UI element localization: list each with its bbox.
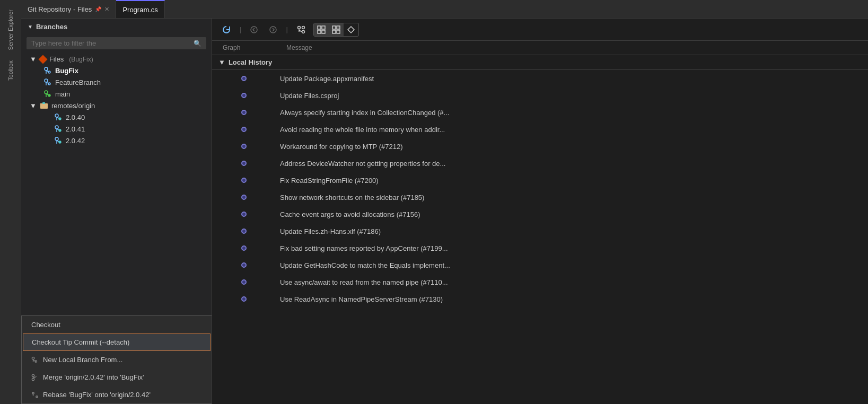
back-icon: [250, 25, 258, 34]
view-grid-button[interactable]: [314, 23, 329, 36]
commit-row[interactable]: Use ReadAsync in NamedPipeServerStream (…: [212, 291, 868, 308]
dot-column: [212, 93, 276, 98]
grid-icon: [317, 25, 326, 34]
dot-column: [212, 127, 276, 132]
commit-row[interactable]: Avoid reading the whole file into memory…: [212, 121, 868, 138]
branch-main-label: main: [55, 90, 70, 98]
merge-icon: [31, 374, 39, 381]
merge-label: Merge 'origin/2.0.42' into 'BugFix': [43, 373, 144, 381]
diamond-icon: [347, 25, 355, 34]
commit-dot: [241, 144, 247, 149]
branch-button[interactable]: [293, 23, 309, 37]
context-menu-checkout-tip[interactable]: Checkout Tip Commit (--detach): [23, 333, 211, 351]
back-button[interactable]: [247, 23, 261, 36]
commit-dot: [241, 178, 247, 183]
commit-dot: [241, 76, 247, 81]
branch-item-remotes[interactable]: ▼ remotes/origin: [21, 100, 212, 111]
checkout-label: Checkout: [31, 321, 60, 329]
tab-program-cs[interactable]: Program.cs: [116, 0, 164, 18]
tab-pin-icon: 📌: [95, 6, 101, 12]
commit-dot: [241, 127, 247, 132]
commit-dot: [241, 110, 247, 115]
commit-row[interactable]: Fix ReadStringFromFile (#7200): [212, 172, 868, 189]
refresh-icon: [222, 25, 231, 34]
context-menu-merge[interactable]: Merge 'origin/2.0.42' into 'BugFix': [22, 368, 212, 386]
commit-message: Address DeviceWatcher not getting proper…: [276, 160, 868, 168]
branch-item-2041[interactable]: 2.0.41: [21, 123, 212, 135]
history-header: ▼ Local History: [212, 55, 868, 70]
branch-item-2042[interactable]: 2.0.42: [21, 135, 212, 146]
forward-button[interactable]: [266, 23, 280, 36]
branch-files-label: Files: [49, 55, 64, 63]
svg-rect-49: [332, 26, 336, 29]
graph-header: Graph Message: [212, 41, 868, 55]
commit-row[interactable]: Update Files.zh-Hans.xlf (#7186): [212, 223, 868, 240]
sidebar-tab-toolbox[interactable]: Toolbox: [5, 56, 16, 85]
branch-featurebranch-label: FeatureBranch: [55, 78, 101, 86]
commit-row[interactable]: Cache event args to avoid allocations (#…: [212, 206, 868, 223]
sidebar-tab-server-explorer[interactable]: Server Explorer: [5, 5, 16, 54]
commit-row[interactable]: Workaround for copying to MTP (#7212): [212, 138, 868, 155]
branch-item-bugfix[interactable]: BugFix: [21, 65, 212, 76]
commit-list: Update Package.appxmanifestUpdate Files.…: [212, 70, 868, 308]
tab-close-icon[interactable]: ✕: [104, 6, 109, 13]
collapse-history-icon: ▼: [218, 58, 225, 66]
commit-row[interactable]: Fix bad setting names reported by AppCen…: [212, 240, 868, 257]
commit-dot: [241, 296, 247, 302]
view-toggle-group: [313, 23, 359, 37]
filter-box[interactable]: 🔍: [27, 37, 206, 49]
commit-row[interactable]: Update Files.csproj: [212, 87, 868, 104]
filter-input[interactable]: [31, 39, 194, 47]
commit-row[interactable]: Update Package.appxmanifest: [212, 70, 868, 87]
commit-message: Update GetHashCode to match the Equals i…: [276, 261, 868, 269]
branch-icon-main: [43, 90, 52, 98]
folder-icon-remotes: [40, 101, 48, 110]
svg-rect-48: [322, 30, 325, 33]
context-menu-new-local-branch[interactable]: New Local Branch From...: [22, 351, 212, 368]
collapse-files-icon: ▼: [30, 55, 37, 63]
context-menu-rebase[interactable]: Rebase 'BugFix' onto 'origin/2.0.42': [22, 386, 212, 403]
commit-message: Avoid reading the whole file into memory…: [276, 126, 868, 134]
branch-files-suffix: (BugFix): [69, 56, 93, 63]
branch-2040-label: 2.0.40: [66, 113, 85, 121]
svg-rect-52: [337, 30, 340, 33]
tab-bar: Git Repository - Files 📌 ✕ Program.cs: [21, 0, 868, 19]
list-icon: [332, 25, 340, 34]
forward-icon: [269, 25, 277, 34]
rebase-label: Rebase 'BugFix' onto 'origin/2.0.42': [43, 391, 151, 399]
view-diamond-button[interactable]: [344, 23, 358, 36]
dot-column: [212, 212, 276, 217]
commit-row[interactable]: Show network shortcuts on the sidebar (#…: [212, 189, 868, 206]
svg-point-22: [59, 129, 61, 131]
branch-item-main[interactable]: main: [21, 88, 212, 100]
main-area: Git Repository - Files 📌 ✕ Program.cs ▼ …: [21, 0, 868, 404]
collapse-arrow-icon[interactable]: ▼: [28, 24, 33, 30]
dot-column: [212, 178, 276, 183]
separator-1: |: [240, 25, 241, 33]
dot-column: [212, 76, 276, 81]
svg-rect-14: [42, 102, 45, 104]
branch-item-2040[interactable]: 2.0.40: [21, 111, 212, 123]
commit-row[interactable]: Always specify starting index in Collect…: [212, 104, 868, 121]
commit-row[interactable]: Address DeviceWatcher not getting proper…: [212, 155, 868, 172]
commit-message: Show network shortcuts on the sidebar (#…: [276, 194, 868, 201]
git-panel: ▼ Branches 🔍 ▼ Files (BugFix): [21, 19, 212, 404]
branch-icon-2042: [54, 136, 63, 145]
svg-point-19: [55, 126, 58, 129]
refresh-button[interactable]: [218, 23, 234, 37]
branch-item-featurebranch[interactable]: FeatureBranch: [21, 76, 212, 88]
context-menu-checkout[interactable]: Checkout: [22, 316, 212, 333]
svg-point-23: [55, 137, 58, 140]
branch-item-files[interactable]: ▼ Files (BugFix): [21, 54, 212, 65]
tab-git-repo[interactable]: Git Repository - Files 📌 ✕: [21, 0, 116, 18]
dot-column: [212, 296, 276, 302]
checkout-tip-label: Checkout Tip Commit (--detach): [32, 338, 129, 346]
commit-row[interactable]: Update GetHashCode to match the Equals i…: [212, 257, 868, 274]
view-list-button[interactable]: [329, 23, 344, 36]
dot-column: [212, 110, 276, 115]
commit-message: Use ReadAsync in NamedPipeServerStream (…: [276, 295, 868, 303]
svg-point-26: [59, 141, 61, 143]
toolbar-row: | |: [212, 19, 868, 41]
commit-row[interactable]: Use async/await to read from the named p…: [212, 274, 868, 291]
commit-message: Fix bad setting names reported by AppCen…: [276, 244, 868, 252]
